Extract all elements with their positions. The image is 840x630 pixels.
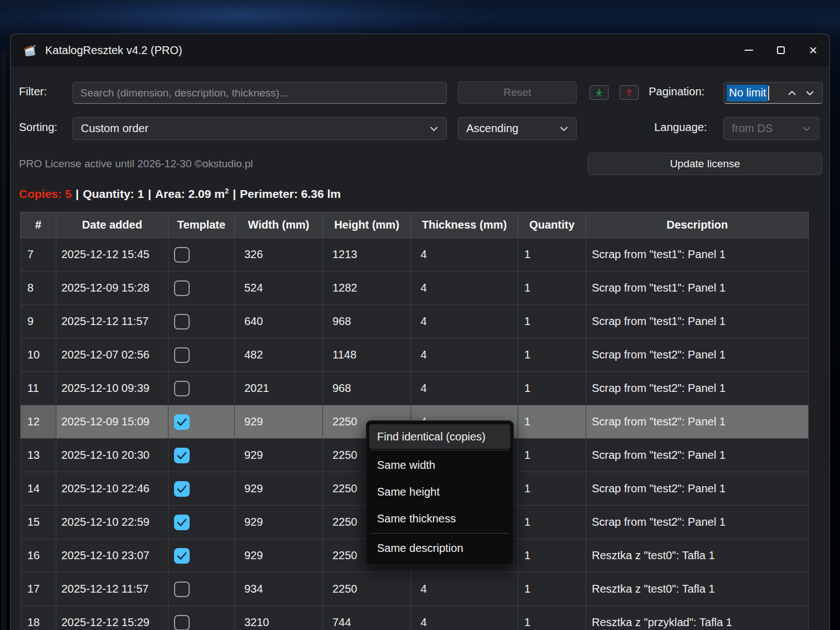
background-window-edge [1, 49, 6, 630]
template-checkbox[interactable] [174, 581, 190, 597]
column-header[interactable]: Template [168, 212, 235, 238]
app-window: KatalogResztek v4.2 (PRO) ✕ Filter: Rese… [10, 33, 830, 630]
stats-area: Area: 2.09 m [155, 187, 225, 200]
num-cell: 16 [21, 539, 56, 573]
direction-combobox[interactable]: Ascending [458, 117, 577, 140]
window-title: KatalogResztek v4.2 (PRO) [45, 44, 182, 57]
chevron-down-icon [802, 126, 811, 132]
chevron-down-icon [429, 126, 438, 132]
description-cell: Scrap from "test2": Panel 1 [586, 372, 809, 405]
template-checkbox[interactable] [174, 448, 190, 463]
description-cell: Scrap from "test1": Panel 1 [586, 238, 809, 272]
width-cell: 524 [235, 272, 323, 305]
column-header[interactable]: Date added [56, 212, 168, 238]
quantity-cell: 1 [518, 338, 586, 372]
table-row[interactable]: 182025-12-12 15:29321074441Resztka z "pr… [21, 606, 809, 630]
template-checkbox[interactable] [174, 414, 190, 430]
date-cell: 2025-12-12 15:29 [56, 606, 168, 630]
search-input[interactable] [73, 82, 447, 104]
description-cell: Scrap from "test2": Panel 1 [586, 439, 809, 472]
table-row[interactable]: 72025-12-12 15:45326121341Scrap from "te… [21, 238, 809, 272]
template-checkbox[interactable] [174, 247, 190, 263]
license-status: PRO License active until 2026-12-30 ©oks… [19, 158, 253, 170]
pagination-spinbox[interactable]: No limit [723, 82, 823, 104]
stats-separator: | [72, 187, 83, 200]
table-row[interactable]: 82025-12-09 15:28524128241Scrap from "te… [21, 272, 809, 305]
context-menu-item[interactable]: Same thickness [369, 505, 510, 532]
quantity-cell: 1 [518, 539, 586, 573]
minimize-button[interactable] [732, 34, 765, 66]
width-cell: 929 [235, 506, 323, 539]
date-cell: 2025-12-07 02:56 [56, 338, 168, 372]
template-checkbox[interactable] [174, 481, 190, 497]
context-menu: Find identical (copies)Same widthSame he… [366, 420, 514, 565]
context-menu-item[interactable]: Find identical (copies) [369, 424, 510, 449]
spin-down-icon[interactable] [805, 90, 814, 96]
description-cell: Scrap from "test2": Panel 1 [586, 506, 809, 539]
context-menu-item[interactable]: Same width [369, 452, 510, 478]
date-cell: 2025-12-09 15:28 [56, 272, 168, 305]
template-cell [168, 472, 235, 506]
close-button[interactable]: ✕ [797, 34, 829, 66]
context-menu-item[interactable]: Same height [369, 478, 510, 505]
column-header[interactable]: Quantity [518, 212, 586, 238]
language-combobox[interactable]: from DS [723, 117, 819, 140]
filter-label: Filter: [19, 85, 47, 98]
template-checkbox[interactable] [174, 381, 190, 396]
import-button[interactable] [590, 85, 609, 100]
quantity-cell: 1 [518, 506, 586, 539]
column-header[interactable]: Thickness (mm) [411, 212, 518, 238]
check-icon [174, 481, 190, 497]
template-checkbox[interactable] [174, 548, 190, 564]
reset-button[interactable]: Reset [458, 81, 577, 104]
column-header[interactable]: # [21, 212, 56, 238]
num-cell: 15 [21, 506, 56, 539]
template-checkbox[interactable] [174, 347, 190, 363]
quantity-cell: 1 [518, 305, 586, 338]
language-value: from DS [732, 122, 773, 135]
date-cell: 2025-12-12 11:57 [56, 305, 168, 338]
template-cell [168, 272, 235, 305]
template-checkbox[interactable] [174, 314, 190, 329]
description-cell: Scrap from "test1": Panel 1 [586, 305, 809, 338]
chevron-down-icon [559, 126, 568, 132]
stats-quantity: Quantity: 1 [83, 187, 144, 200]
table-row[interactable]: 112025-12-10 09:39202196841Scrap from "t… [21, 372, 809, 405]
num-cell: 7 [21, 238, 56, 272]
template-checkbox[interactable] [174, 515, 190, 530]
selection-stats: Copies: 5|Quantity: 1|Area: 2.09 m2|Peri… [19, 187, 341, 201]
text-caret [768, 86, 769, 100]
num-cell: 10 [21, 338, 56, 372]
num-cell: 17 [21, 573, 56, 606]
menu-separator [370, 533, 509, 534]
table-header-row: #Date addedTemplateWidth (mm)Height (mm)… [21, 212, 809, 238]
column-header[interactable]: Description [586, 212, 809, 238]
table-row[interactable]: 172025-12-12 11:57934225041Resztka z "te… [21, 573, 809, 606]
num-cell: 14 [21, 472, 56, 506]
column-header[interactable]: Height (mm) [323, 212, 411, 238]
height-cell: 968 [323, 305, 411, 338]
thickness-cell: 4 [411, 338, 518, 372]
sorting-label: Sorting: [19, 121, 57, 134]
template-checkbox[interactable] [174, 615, 190, 630]
maximize-button[interactable] [765, 34, 797, 66]
date-cell: 2025-12-10 09:39 [56, 372, 168, 405]
description-cell: Scrap from "test2": Panel 1 [586, 405, 809, 439]
height-cell: 1213 [323, 238, 411, 272]
context-menu-item[interactable]: Same description [369, 535, 510, 561]
template-checkbox[interactable] [174, 280, 190, 296]
update-license-button[interactable]: Update license [588, 153, 822, 175]
description-cell: Resztka z "test0": Tafla 1 [586, 573, 809, 606]
minimize-icon [745, 50, 753, 51]
check-icon [174, 414, 190, 430]
spin-up-icon[interactable] [788, 90, 796, 96]
table-row[interactable]: 92025-12-12 11:5764096841Scrap from "tes… [21, 305, 809, 338]
table-row[interactable]: 102025-12-07 02:56482114841Scrap from "t… [21, 338, 809, 372]
template-cell [168, 606, 235, 630]
menu-separator [370, 450, 509, 450]
export-button[interactable] [620, 85, 639, 100]
copies-label: Copies: [19, 187, 62, 200]
column-header[interactable]: Width (mm) [235, 212, 323, 238]
sorting-combobox[interactable]: Custom order [73, 117, 447, 140]
pagination-value: No limit [727, 85, 767, 101]
